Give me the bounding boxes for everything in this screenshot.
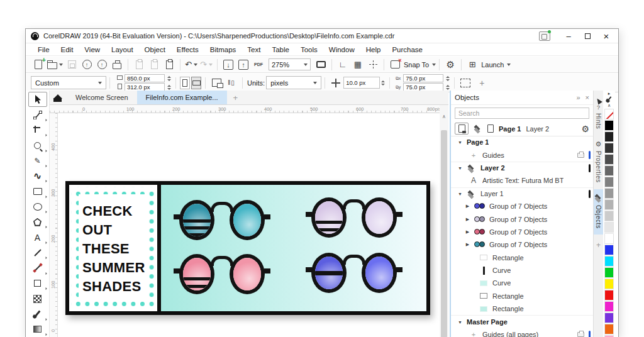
menu-table[interactable]: Table bbox=[266, 45, 295, 55]
snap-off-button[interactable]: × bbox=[389, 58, 401, 71]
swatch-none[interactable] bbox=[604, 109, 614, 119]
layer-color-bar[interactable] bbox=[589, 190, 591, 198]
banner-glasses-panel[interactable] bbox=[161, 185, 426, 311]
tree-row-group-teal[interactable]: ▶ Group of 7 Objects bbox=[451, 238, 593, 251]
menu-effects[interactable]: Effects bbox=[171, 45, 204, 55]
banner-artwork[interactable]: CHECK OUT THESE SUMMER SHADES bbox=[65, 181, 430, 315]
duplicate-x-spinner[interactable] bbox=[445, 76, 451, 81]
page-width-field[interactable]: 850.0 px bbox=[125, 74, 165, 82]
polygon-tool[interactable] bbox=[28, 214, 47, 229]
text-tool[interactable]: A bbox=[28, 229, 47, 245]
home-tab-icon[interactable] bbox=[53, 95, 62, 102]
zoom-level-combo[interactable]: 275% bbox=[269, 58, 311, 70]
tree-row-layer2[interactable]: ▼ Layer 2 bbox=[451, 162, 593, 174]
printable-icon[interactable] bbox=[577, 332, 584, 337]
open-from-cloud-button[interactable]: ↑ bbox=[96, 58, 108, 71]
tree-row-rectangle-1[interactable]: Rectangle bbox=[451, 251, 593, 264]
swatch[interactable] bbox=[604, 154, 614, 165]
nudge-field[interactable]: 10.0 px bbox=[343, 77, 380, 89]
launch-dropdown-icon[interactable] bbox=[507, 64, 511, 66]
save-button[interactable] bbox=[65, 58, 78, 71]
close-button[interactable]: × bbox=[598, 30, 614, 41]
swatch[interactable] bbox=[604, 312, 614, 323]
copy-button[interactable] bbox=[148, 58, 160, 71]
show-objects-button[interactable] bbox=[455, 123, 469, 135]
swatch[interactable] bbox=[604, 143, 614, 153]
snap-to-dropdown-icon[interactable] bbox=[432, 64, 436, 66]
swatch[interactable] bbox=[604, 279, 614, 289]
sunglasses-pink[interactable] bbox=[175, 254, 269, 298]
nudge-spinner[interactable] bbox=[380, 80, 386, 86]
transparency-tool[interactable] bbox=[28, 291, 47, 306]
swatch[interactable] bbox=[604, 188, 614, 199]
objects-search-input[interactable] bbox=[455, 108, 589, 119]
swatch[interactable] bbox=[604, 301, 614, 312]
dimension-tool[interactable] bbox=[28, 245, 47, 260]
launch-label[interactable]: Launch bbox=[481, 61, 504, 69]
freehand-tool[interactable]: ✎ bbox=[28, 153, 47, 168]
expander-icon[interactable]: ▼ bbox=[457, 140, 463, 145]
swatch[interactable] bbox=[604, 120, 614, 131]
swatch[interactable] bbox=[604, 245, 614, 255]
printable-icon[interactable] bbox=[577, 153, 584, 158]
expander-icon[interactable]: ▼ bbox=[457, 192, 463, 196]
menu-object[interactable]: Object bbox=[139, 45, 171, 55]
sunglasses-lavender[interactable] bbox=[307, 197, 401, 241]
new-page-icon[interactable] bbox=[487, 124, 494, 133]
sunglasses-blue[interactable] bbox=[307, 253, 401, 297]
landscape-button[interactable] bbox=[191, 77, 201, 89]
paste-button[interactable] bbox=[163, 58, 175, 71]
tree-row-layer1[interactable]: ▼ Layer 1 bbox=[451, 187, 593, 200]
tree-row-group-lavender[interactable]: ▶ Group of 7 Objects bbox=[451, 213, 593, 225]
expander-icon[interactable]: ▶ bbox=[465, 229, 470, 235]
connector-tool[interactable] bbox=[28, 260, 47, 275]
tab-objects[interactable]: Objects bbox=[594, 189, 603, 235]
tab-hints[interactable]: ? Hints bbox=[594, 91, 603, 135]
save-to-cloud-button[interactable]: ↑ bbox=[80, 58, 93, 71]
menu-file[interactable]: File bbox=[32, 45, 55, 55]
tree-row-curve-2[interactable]: Curve bbox=[451, 277, 593, 289]
swatch[interactable] bbox=[604, 267, 614, 278]
tab-properties[interactable]: ⚙ Properties bbox=[594, 135, 603, 189]
add-property-button[interactable]: + bbox=[479, 78, 484, 88]
new-tab-button[interactable]: + bbox=[227, 93, 245, 104]
print-button[interactable] bbox=[111, 58, 123, 71]
swatch[interactable] bbox=[604, 324, 614, 334]
eyedropper-tool[interactable] bbox=[28, 306, 47, 321]
expander-icon[interactable]: ▶ bbox=[465, 217, 470, 222]
import-button[interactable]: ↓ bbox=[222, 58, 235, 71]
redo-button[interactable]: ↷ bbox=[200, 58, 213, 71]
layer-manager-icon[interactable] bbox=[474, 125, 482, 132]
publish-to-pdf-button[interactable]: PDF bbox=[252, 58, 265, 71]
menu-purchase[interactable]: Purchase bbox=[386, 45, 428, 55]
options-gear-button[interactable]: ⚙ bbox=[444, 58, 457, 71]
interactive-fill-tool[interactable] bbox=[28, 322, 47, 337]
scroll-up-icon[interactable]: ∧ bbox=[440, 105, 448, 119]
expander-icon[interactable]: ▼ bbox=[457, 320, 463, 324]
artistic-media-tool[interactable]: ∿ bbox=[28, 168, 47, 184]
duplicate-y-spinner[interactable] bbox=[445, 85, 451, 90]
tab-fileinfo-example[interactable]: FileInfo.com Example... bbox=[137, 91, 227, 104]
scrollbar-thumb[interactable] bbox=[441, 130, 447, 337]
headline-text-object[interactable]: CHECK OUT THESE SUMMER SHADES bbox=[82, 202, 145, 296]
export-button[interactable]: ↑ bbox=[237, 58, 250, 71]
launch-icon[interactable]: ⊞ bbox=[466, 58, 479, 71]
menu-layout[interactable]: Layout bbox=[106, 45, 139, 55]
swatch[interactable] bbox=[604, 131, 614, 142]
rectangle-tool[interactable] bbox=[28, 184, 47, 199]
show-guidelines-button[interactable] bbox=[367, 58, 379, 71]
tree-row-page1[interactable]: ▼ Page 1 bbox=[451, 136, 593, 148]
palette-flyout-icon[interactable]: ▸ bbox=[608, 91, 611, 96]
tree-row-group-pink[interactable]: ▶ Group of 7 Objects bbox=[451, 226, 593, 238]
drop-shadow-tool[interactable] bbox=[28, 276, 47, 291]
menu-bitmaps[interactable]: Bitmaps bbox=[204, 45, 242, 55]
swatch[interactable] bbox=[604, 290, 614, 301]
swatch[interactable] bbox=[604, 211, 614, 221]
expander-icon[interactable]: ▶ bbox=[465, 204, 470, 209]
add-docker-button[interactable]: + bbox=[596, 241, 601, 250]
layer-color-bar[interactable] bbox=[589, 164, 591, 172]
show-grid-button[interactable]: ▦ bbox=[352, 58, 364, 71]
page-width-spinner[interactable] bbox=[166, 76, 172, 81]
new-document-button[interactable]: + bbox=[32, 58, 45, 71]
crop-tool[interactable] bbox=[28, 123, 47, 138]
